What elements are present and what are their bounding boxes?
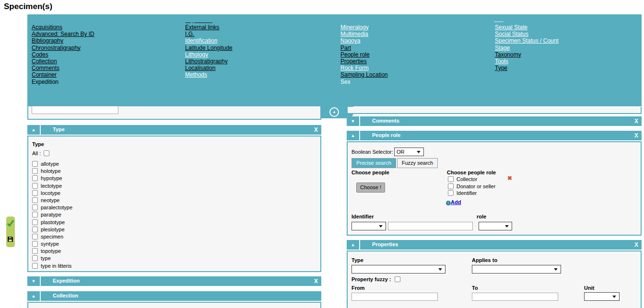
type-panel-body: Type All : allotypeholotypehypotypelecto… [27,136,321,272]
type-option-row-type: type [32,255,72,262]
people-role-close-icon[interactable]: X [634,132,638,139]
identifier-select[interactable] [351,222,386,230]
type-option-checkbox-hypotype[interactable] [32,175,38,181]
type-option-label: locotype [41,190,60,196]
comments-close-icon[interactable]: X [634,118,638,125]
banner-link-nagoya[interactable]: Nagoya [340,38,388,45]
banner-link-container[interactable]: Container [32,72,94,79]
banner-link-taxonomy[interactable]: Taxonomy [495,52,559,58]
type-option-checkbox-locotype[interactable] [32,190,38,196]
comments-collapse-arrow-icon[interactable]: ▼ [347,116,359,126]
banner-link-stage[interactable]: Stage [495,45,559,52]
boolean-selector-select[interactable]: OR [394,148,424,156]
banner-link-bibliography[interactable]: Bibliography [32,38,94,45]
banner-link-acquisitions[interactable]: Acquisitions [32,24,94,31]
type-option-checkbox-paralectotype[interactable] [32,205,38,210]
banner-link-type[interactable]: Type [495,65,559,72]
type-panel-header: ▲ Type X [27,125,321,135]
people-role-option-checkbox-donator-or-seller[interactable] [448,183,454,189]
properties-collapse-arrow-icon[interactable]: ▲ [347,240,359,250]
banner-link-sex[interactable]: Sex [340,79,388,86]
truncated-text-input[interactable] [32,106,118,114]
unit-select[interactable] [584,292,620,301]
banner-link-properties[interactable]: Properties [340,58,388,65]
search-criteria-banner: AcquisitionsAdvanced: Search By IDBiblio… [27,14,642,106]
type-option-row-hypotype: hypotype [32,175,72,183]
banner-link-multimedia[interactable]: Multimedia [340,31,388,38]
remove-row-icon[interactable]: ✖ [507,175,512,182]
type-option-checkbox-plesiotype[interactable] [32,227,38,232]
from-label: From [351,285,365,291]
banner-link-people-role[interactable]: People role [340,52,388,58]
banner-link-sampling-location[interactable]: Sampling Location [340,72,388,79]
banner-link-tools[interactable]: Tools [495,58,559,65]
to-input[interactable] [472,293,558,301]
properties-close-icon[interactable]: X [634,241,638,248]
type-option-checkbox-allotype[interactable] [32,161,38,167]
people-role-collapse-arrow-icon[interactable]: ▲ [347,131,359,140]
property-type-select[interactable] [351,265,445,274]
collection-collapse-arrow-icon[interactable]: ▲ [27,291,40,301]
type-option-label: lectotype [41,183,62,189]
banner-link-lithostratigraphy[interactable]: Lithostratigraphy [185,58,233,65]
role-select[interactable] [479,222,512,230]
tab-fuzzy-search[interactable]: Fuzzy search [397,158,438,168]
type-option-checkbox-type[interactable] [32,255,38,261]
type-close-icon[interactable]: X [314,126,318,133]
banner-link-i-g[interactable]: I.G. [185,31,233,38]
type-all-checkbox[interactable] [44,150,49,156]
banner-link-external-links[interactable]: External links [185,24,233,31]
type-option-checkbox-paratype[interactable] [32,212,38,217]
type-option-label: allotype [41,161,59,167]
banner-link-methods[interactable]: Methods [185,72,233,79]
banner-link-localisation[interactable]: Localisation [185,65,233,72]
type-option-checkbox-syntype[interactable] [32,241,38,247]
type-option-row-lectotype: lectotype [32,183,72,190]
banner-link-comments[interactable]: Comments [32,65,94,72]
type-option-checkbox-plastotype[interactable] [32,219,38,225]
banner-link-mineralogy[interactable]: Mineralogy [340,24,388,31]
type-option-checkbox-neotype[interactable] [32,197,38,203]
banner-link-codes[interactable]: Codes [32,52,94,58]
header-divider [359,240,360,250]
choose-people-button[interactable]: Choose ! [356,183,385,193]
truncated-link-fragment [194,23,212,23]
tab-precise-search[interactable]: Precise search [351,158,396,168]
save-floppy-icon[interactable] [8,237,13,242]
applies-to-select[interactable] [472,265,561,274]
type-option-checkbox-type-in-litteris[interactable] [32,263,38,269]
header-divider [40,276,41,286]
banner-link-identification[interactable]: Identification [185,38,233,45]
add-plus-icon: + [446,201,451,205]
expedition-close-icon[interactable]: X [314,278,318,285]
type-all-label: All : [32,150,41,156]
people-role-option-checkbox-identifier[interactable] [448,190,454,196]
banner-link-collection[interactable]: Collection [32,58,94,65]
type-option-checkbox-specimen[interactable] [32,234,38,240]
add-people-role-link[interactable]: +Add [446,199,461,205]
choose-people-label: Choose people [351,170,389,175]
specimen-search-page: Specimen(s) AcquisitionsAdvanced: Search… [0,0,644,308]
type-option-checkbox-holotype[interactable] [32,168,38,174]
people-role-panel-body: Boolean Selector: OR Precise search Fuzz… [347,141,642,236]
identifier-input[interactable] [388,222,473,230]
validate-check-icon[interactable] [7,219,14,227]
banner-link-specimen-status-count[interactable]: Specimen Status / Count [495,38,559,45]
people-role-option-checkbox-collector[interactable] [448,176,454,182]
banner-link-lithology[interactable]: Lithology [185,52,233,58]
banner-link-part[interactable]: Part [340,45,388,52]
banner-link-expedition[interactable]: Expedition [32,79,94,86]
type-option-checkbox-lectotype[interactable] [32,183,38,189]
from-input[interactable] [351,293,438,301]
banner-link-chronostratigraphy[interactable]: Chronostratigraphy [32,45,94,52]
type-option-label: topotype [41,248,61,254]
banner-link-social-status[interactable]: Social Status [495,31,559,38]
banner-link-advanced-search-by-id[interactable]: Advanced: Search By ID [32,31,94,38]
property-fuzzy-checkbox[interactable] [395,276,400,282]
expedition-collapse-arrow-icon[interactable]: ▼ [27,276,40,286]
type-collapse-arrow-icon[interactable]: ▲ [27,125,40,135]
banner-link-rock-form[interactable]: Rock Form [340,65,388,72]
banner-link-latitude-longitude[interactable]: Latitude Longitude [185,45,233,52]
banner-link-sexual-state[interactable]: Sexual State [495,24,559,31]
type-option-checkbox-topotype[interactable] [32,248,38,254]
